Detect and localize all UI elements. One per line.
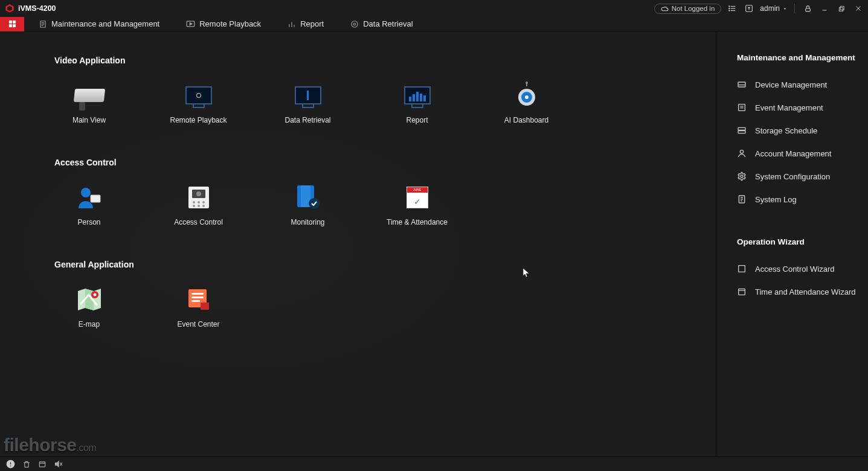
retrieval-monitor-icon <box>291 82 326 109</box>
wizard-icon <box>737 264 747 274</box>
svg-rect-18 <box>13 24 16 27</box>
device-icon <box>737 80 747 89</box>
title-bar: iVMS-4200 Not Logged in admin <box>0 0 868 17</box>
tile-label: E-map <box>79 320 100 328</box>
tile-ai-dashboard[interactable]: AI Dashboard <box>492 82 561 124</box>
retrieval-icon <box>350 20 359 28</box>
tab-label: Data Retrieval <box>363 19 413 28</box>
tile-label: AI Dashboard <box>504 116 548 124</box>
login-status-text: Not Logged in <box>672 5 715 12</box>
calendar-month: JUNE <box>407 187 428 193</box>
maximize-button[interactable] <box>835 2 847 14</box>
svg-point-72 <box>741 175 743 178</box>
rp-item-device-management[interactable]: Device Management <box>737 73 868 96</box>
tile-event-center[interactable]: Event Center <box>164 286 233 328</box>
rp-item-system-configuration[interactable]: System Configuration <box>737 165 868 188</box>
rp-label: Event Management <box>755 103 823 112</box>
tile-remote-playback[interactable]: Remote Playback <box>164 82 233 124</box>
tab-data-retrieval[interactable]: Data Retrieval <box>338 17 425 31</box>
tile-main-view[interactable]: Main View <box>54 82 124 124</box>
close-button[interactable] <box>852 2 864 14</box>
tile-report[interactable]: Report <box>382 82 452 124</box>
home-button[interactable] <box>0 17 24 31</box>
section-title-general: General Application <box>54 260 716 269</box>
tile-monitoring[interactable]: Monitoring <box>273 184 342 226</box>
login-status-pill[interactable]: Not Logged in <box>654 4 722 14</box>
report-icon <box>288 20 296 28</box>
svg-point-48 <box>202 201 205 203</box>
tile-label: Report <box>406 116 428 124</box>
minimize-button[interactable] <box>818 2 831 14</box>
svg-point-45 <box>196 191 201 196</box>
monitoring-icon <box>291 184 326 211</box>
map-icon <box>72 286 107 313</box>
svg-point-6 <box>729 8 730 8</box>
svg-point-47 <box>198 201 200 203</box>
svg-rect-9 <box>805 8 810 11</box>
rp-label: Account Management <box>755 149 831 158</box>
tile-emap[interactable]: E-map <box>54 286 124 328</box>
app-logo <box>5 4 14 13</box>
tab-remote-playback[interactable]: Remote Playback <box>174 17 273 31</box>
calendar-icon: JUNE✓ <box>400 184 435 211</box>
svg-rect-31 <box>409 97 411 101</box>
watermark-suffix: .com <box>77 443 97 453</box>
rp-item-access-control-wizard[interactable]: Access Control Wizard <box>737 257 868 280</box>
tile-label: Data Retrieval <box>285 116 330 124</box>
svg-rect-35 <box>423 95 426 101</box>
wizard-calendar-icon <box>737 287 747 296</box>
rp-item-event-management[interactable]: Event Management <box>737 96 868 119</box>
camera-icon <box>72 82 107 109</box>
tile-person[interactable]: Person <box>54 184 124 226</box>
section-title-video: Video Application <box>54 56 716 65</box>
export-icon[interactable] <box>743 2 755 14</box>
status-trash-button[interactable] <box>22 460 31 469</box>
rp-label: Time and Attendance Wizard <box>755 287 855 296</box>
tile-data-retrieval[interactable]: Data Retrieval <box>273 82 342 124</box>
list-icon[interactable] <box>726 2 738 14</box>
section-title-access: Access Control <box>54 158 716 167</box>
gear-icon <box>737 171 747 181</box>
lock-icon[interactable] <box>802 2 814 14</box>
svg-rect-32 <box>413 94 415 101</box>
tab-maintenance[interactable]: Maintenance and Management <box>27 17 172 31</box>
tile-label: Monitoring <box>291 218 324 226</box>
svg-point-82 <box>10 466 11 467</box>
tile-label: Person <box>77 218 100 226</box>
tile-label: Main View <box>72 116 106 124</box>
user-menu[interactable]: admin <box>760 4 788 13</box>
cloud-icon <box>661 5 669 13</box>
tile-access-control[interactable]: Access Control <box>164 184 233 226</box>
svg-rect-83 <box>39 461 45 466</box>
tile-time-attendance[interactable]: JUNE✓ Time & Attendance <box>382 184 452 226</box>
svg-rect-63 <box>201 303 209 310</box>
storage-icon <box>737 126 747 135</box>
tab-report[interactable]: Report <box>275 17 336 31</box>
log-icon <box>737 194 747 204</box>
tile-label: Event Center <box>177 320 219 328</box>
app-title: iVMS-4200 <box>18 4 56 13</box>
tile-label: Access Control <box>174 218 223 226</box>
rp-heading-mm: Maintenance and Management <box>737 53 868 62</box>
status-alert-button[interactable] <box>6 460 15 469</box>
svg-rect-69 <box>738 127 745 130</box>
svg-rect-42 <box>91 195 100 202</box>
rp-item-system-log[interactable]: System Log <box>737 188 868 211</box>
watermark-main: filehorse <box>4 435 77 455</box>
status-volume-button[interactable] <box>54 460 63 469</box>
rp-label: Device Management <box>755 80 827 89</box>
rp-item-time-attendance-wizard[interactable]: Time and Attendance Wizard <box>737 280 868 303</box>
rp-item-storage-schedule[interactable]: Storage Schedule <box>737 119 868 142</box>
svg-point-50 <box>198 205 200 207</box>
account-icon <box>737 149 747 158</box>
svg-point-29 <box>353 23 356 25</box>
tab-label: Maintenance and Management <box>51 19 159 28</box>
title-bar-right: Not Logged in admin <box>654 2 868 14</box>
rp-item-account-management[interactable]: Account Management <box>737 142 868 165</box>
event-icon <box>737 103 747 112</box>
status-window-button[interactable] <box>38 460 47 469</box>
svg-point-54 <box>309 198 320 209</box>
access-control-icon <box>181 184 216 211</box>
svg-rect-16 <box>13 21 16 24</box>
main-area: Video Application Main View Remote Playb… <box>0 31 716 457</box>
